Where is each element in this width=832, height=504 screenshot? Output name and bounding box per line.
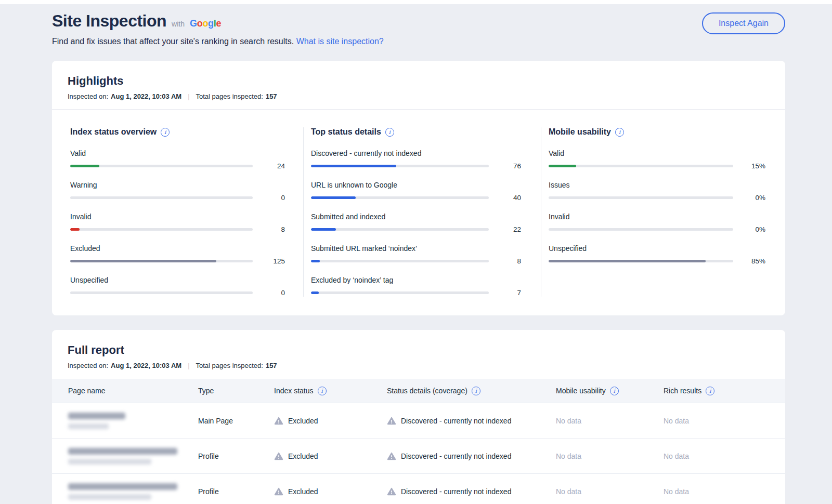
column-header-mobile-usability: Mobile usabilityi (556, 387, 664, 395)
stat-value: 8 (497, 257, 521, 265)
report-table: Page nameTypeIndex statusiStatus details… (52, 379, 785, 504)
stat-bar-fill (70, 228, 80, 231)
redacted-page-name (68, 413, 125, 429)
section-title: Top status details (311, 127, 381, 137)
info-icon[interactable]: i (610, 387, 619, 395)
stat-bar-track (70, 291, 253, 294)
table-row[interactable]: Main Page Excluded Discovered - currentl… (52, 403, 785, 438)
stat-item: Valid 24 (70, 149, 285, 170)
redacted-page-name (68, 448, 177, 465)
google-logo-letter: G (190, 18, 197, 29)
page-name-cell (52, 483, 198, 500)
google-logo-letter: o (202, 18, 208, 29)
stat-label: URL is unknown to Google (311, 181, 521, 189)
stat-item: URL is unknown to Google 40 (311, 181, 521, 202)
stat-value: 85% (742, 257, 765, 265)
stat-item: Valid 15% (549, 149, 765, 170)
subtitle-text: Find and fix issues that affect your sit… (52, 37, 294, 46)
column-header-label: Page name (68, 387, 106, 395)
full-report-meta: Inspected on: Aug 1, 2022, 10:03 AM | To… (68, 362, 770, 369)
stat-bar-track (549, 165, 733, 167)
warning-icon (387, 452, 396, 461)
stat-label: Excluded (70, 244, 285, 253)
info-icon[interactable]: i (472, 387, 480, 395)
type-cell: Main Page (198, 417, 274, 425)
info-icon[interactable]: i (385, 128, 394, 137)
stat-label: Invalid (70, 213, 285, 221)
stat-item: Excluded 125 (70, 244, 285, 265)
stat-item: Invalid 0% (549, 213, 765, 233)
info-icon[interactable]: i (706, 387, 714, 395)
info-icon[interactable]: i (615, 128, 624, 137)
stat-label: Unspecified (70, 276, 285, 284)
column-header-label: Index status (274, 387, 314, 395)
page-subtitle: Find and fix issues that affect your sit… (52, 37, 785, 46)
stat-value: 76 (497, 162, 521, 170)
stat-bar-track (70, 196, 253, 199)
stat-item: Issues 0% (549, 181, 765, 202)
stat-bar-track (70, 165, 253, 167)
stat-bar-fill (311, 228, 336, 231)
mobile-usability-cell: No data (556, 452, 664, 460)
inspected-on-value: Aug 1, 2022, 10:03 AM (111, 92, 181, 100)
info-icon[interactable]: i (161, 128, 170, 137)
inspected-on-label: Inspected on: (68, 362, 108, 369)
stat-item: Discovered - currently not indexed 76 (311, 149, 521, 170)
warning-icon (274, 452, 283, 461)
stat-bar-track (549, 260, 733, 262)
stat-bar-track (70, 228, 253, 231)
redacted-page-name (68, 483, 177, 500)
stat-value: 125 (261, 257, 285, 265)
highlights-card: Highlights Inspected on: Aug 1, 2022, 10… (52, 61, 785, 315)
highlights-title: Highlights (68, 74, 770, 88)
stat-item: Excluded by ‘noindex’ tag 7 (311, 276, 521, 297)
stat-value: 24 (261, 162, 285, 170)
table-row[interactable]: Profile Excluded Discovered - currently … (52, 438, 785, 473)
mobile-usability-cell: No data (556, 487, 664, 496)
index-status-cell: Excluded (274, 452, 387, 461)
page-name-cell (52, 448, 198, 465)
inspect-again-button[interactable]: Inspect Again (702, 12, 785, 34)
stat-item: Invalid 8 (70, 213, 285, 233)
inspected-on-label: Inspected on: (68, 92, 108, 100)
status-details-cell: Discovered - currently not indexed (387, 452, 556, 461)
stat-bar-fill (70, 165, 99, 167)
table-header-row: Page nameTypeIndex statusiStatus details… (52, 379, 785, 403)
stat-value: 8 (261, 226, 285, 233)
column-header-status-details-coverage: Status details (coverage)i (387, 387, 556, 395)
stat-label: Unspecified (549, 244, 765, 253)
stat-bar-track (311, 260, 489, 262)
total-pages-label: Total pages inspected: (196, 362, 263, 369)
what-is-site-inspection-link[interactable]: What is site inspection? (296, 37, 384, 46)
rich-results-cell: No data (664, 417, 785, 425)
stat-label: Discovered - currently not indexed (311, 149, 521, 157)
total-pages-value: 157 (266, 92, 277, 100)
total-pages-label: Total pages inspected: (196, 92, 263, 100)
stat-bar-track (70, 260, 253, 262)
total-pages-value: 157 (266, 362, 277, 369)
stat-label: Submitted URL marked ‘noindex’ (311, 244, 521, 253)
warning-icon (274, 416, 283, 426)
table-row[interactable]: Profile Excluded Discovered - currently … (52, 473, 785, 504)
stat-label: Warning (70, 181, 285, 189)
column-header-label: Status details (coverage) (387, 387, 467, 395)
stat-bar-fill (311, 260, 320, 262)
index-status-overview-section: Index status overview i Valid 24 Warning… (52, 127, 303, 297)
stat-bar-track (549, 228, 733, 231)
type-cell: Profile (198, 452, 274, 460)
info-icon[interactable]: i (318, 387, 327, 395)
mobile-usability-section: Mobile usability i Valid 15% Issues 0% I… (541, 127, 785, 297)
rich-results-cell: No data (664, 452, 785, 460)
stat-item: Warning 0 (70, 181, 285, 202)
full-report-title: Full report (68, 343, 770, 357)
stat-value: 0% (742, 226, 765, 233)
stat-bar-fill (311, 165, 396, 167)
column-header-label: Rich results (664, 387, 701, 395)
status-details-cell: Discovered - currently not indexed (387, 416, 556, 426)
page-name-cell (52, 413, 198, 429)
stat-value: 40 (497, 194, 521, 202)
stat-item: Submitted URL marked ‘noindex’ 8 (311, 244, 521, 265)
stat-label: Valid (70, 149, 285, 157)
google-logo: Google (190, 18, 221, 29)
stat-label: Invalid (549, 213, 765, 221)
